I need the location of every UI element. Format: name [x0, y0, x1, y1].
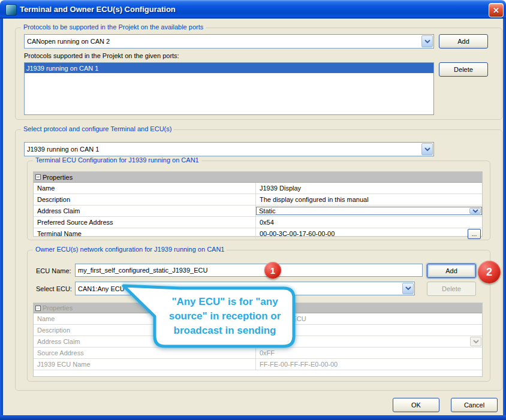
- add-ecu-button[interactable]: Add: [427, 264, 476, 278]
- step-badge-2: 2: [478, 261, 501, 283]
- property-label: Preferred Source Address: [34, 217, 256, 228]
- configure-protocol-combobox-value: J1939 running on CAN 1: [25, 143, 421, 156]
- select-ecu-label: Select ECU:: [36, 285, 72, 292]
- terminal-ecu-title: Terminal ECU Configuration for J1939 run…: [33, 156, 201, 164]
- property-value: FF-FE-00-FF-FF-E0-00-00: [256, 359, 482, 370]
- callout-text: "Any ECU" is for "any source" in recepti…: [158, 295, 292, 338]
- property-label: Name: [34, 183, 256, 194]
- property-label: Terminal Name: [34, 228, 256, 239]
- property-label: J1939 ECU Name: [34, 359, 256, 370]
- grid-header-label: Properties: [43, 304, 73, 312]
- property-label: Address Claim: [34, 206, 256, 216]
- list-item[interactable]: J1939 running on CAN 1: [25, 63, 433, 73]
- property-value: Static: [256, 206, 482, 216]
- property-label: Description: [34, 194, 256, 205]
- window-border-right: [503, 19, 506, 415]
- collapse-icon[interactable]: −: [35, 174, 41, 180]
- browse-ellipsis-button[interactable]: ...: [468, 229, 481, 239]
- property-value[interactable]: The display configured in this manual: [256, 194, 482, 205]
- window-title: Terminal and Owner ECU(s) Configuration: [20, 0, 176, 19]
- table-row: Preferred Source Address 0x54: [34, 217, 482, 228]
- chevron-down-icon: [470, 337, 481, 346]
- property-value[interactable]: J1939 Display: [256, 183, 482, 194]
- supported-protocols-label: Protocols supported in the Projekt on th…: [24, 52, 179, 59]
- grid-header[interactable]: − Properties: [34, 172, 482, 183]
- configure-title: Select protocol and configure Terminal a…: [21, 125, 174, 132]
- delete-ecu-button: Delete: [427, 282, 476, 296]
- collapse-icon[interactable]: −: [35, 306, 41, 311]
- titlebar[interactable]: Terminal and Owner ECU(s) Configuration …: [0, 0, 506, 19]
- property-value[interactable]: 0x54: [256, 217, 482, 228]
- table-row: Terminal Name 00-00-3C-00-17-60-00-00 ..…: [34, 228, 482, 239]
- supported-protocols-listbox[interactable]: J1939 running on CAN 1: [24, 62, 434, 115]
- ecu-name-label: ECU Name:: [36, 267, 71, 274]
- terminal-name-value[interactable]: 00-00-3C-00-17-60-00-00: [260, 230, 335, 237]
- table-row: Description The display configured in th…: [34, 194, 482, 206]
- owner-ecu-title: Owner ECU(s) network configuration for J…: [33, 246, 227, 253]
- table-row: Name J1939 Display: [34, 183, 482, 194]
- ecu-name-input[interactable]: [75, 264, 423, 277]
- close-icon[interactable]: ✕: [489, 3, 504, 17]
- available-protocol-combobox-value: CANopen running on CAN 2: [25, 35, 421, 48]
- app-icon: [5, 4, 17, 16]
- step-badge-1: 1: [264, 262, 281, 279]
- chevron-down-icon[interactable]: [421, 143, 433, 155]
- window-border-left: [0, 19, 3, 415]
- chevron-down-icon[interactable]: [469, 208, 481, 214]
- address-claim-combobox-value: Static: [257, 207, 469, 214]
- ok-button[interactable]: OK: [393, 398, 439, 412]
- configure-protocol-combobox[interactable]: J1939 running on CAN 1: [24, 142, 434, 156]
- window-border-bottom: [0, 415, 506, 420]
- grid-header-label: Properties: [43, 174, 73, 181]
- address-claim-combobox[interactable]: Static: [256, 207, 482, 215]
- table-row: J1939 ECU Name FF-FE-00-FF-FF-E0-00-00: [34, 359, 482, 370]
- delete-protocol-button[interactable]: Delete: [439, 62, 488, 77]
- terminal-properties-grid: − Properties Name J1939 Display Descript…: [33, 171, 483, 237]
- chevron-down-icon[interactable]: [421, 35, 433, 47]
- available-protocol-combobox[interactable]: CANopen running on CAN 2: [24, 34, 434, 49]
- dialog-window: Terminal and Owner ECU(s) Configuration …: [0, 0, 506, 420]
- add-protocol-button[interactable]: Add: [439, 34, 488, 49]
- cancel-button[interactable]: Cancel: [451, 398, 498, 412]
- property-value: 00-00-3C-00-17-60-00-00 ...: [256, 228, 482, 239]
- available-protocols-title: Protocols to be supported in the Projekt…: [21, 23, 206, 31]
- table-row: Address Claim Static: [34, 206, 482, 217]
- chevron-down-icon[interactable]: [402, 283, 414, 294]
